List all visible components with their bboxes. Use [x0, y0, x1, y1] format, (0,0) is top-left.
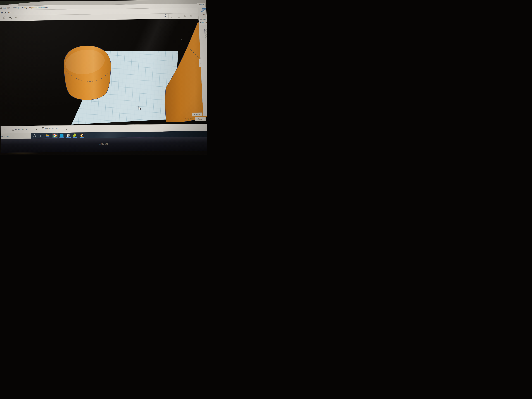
chrome-icon[interactable] — [53, 134, 57, 138]
flip-mirror-icon[interactable] — [189, 14, 193, 18]
align-icon[interactable] — [183, 14, 187, 18]
open-app-indicator — [80, 137, 84, 138]
open-app-indicator — [66, 137, 71, 138]
shape-thumbnail-gray-box[interactable] — [204, 28, 207, 39]
cylinder-shape[interactable] — [63, 45, 111, 100]
ungroup-icon[interactable] — [176, 14, 181, 18]
snap-grid-value: 1.0 mm — [196, 118, 202, 120]
shape-category-dropdown[interactable]: Tinkercad Basic S — [199, 18, 207, 25]
edit-grid-button[interactable]: Edit Grid — [192, 113, 203, 116]
group-icon[interactable] — [170, 14, 174, 18]
chevron-up-icon[interactable] — [4, 129, 6, 131]
padlock-icon — [0, 7, 2, 9]
cura-icon[interactable]: C — [60, 133, 63, 137]
redo-icon[interactable] — [14, 16, 18, 20]
delete-trash-icon[interactable] — [2, 16, 6, 20]
photo-of-monitor: guin drawer | Tink × + tinkercad.com/thi… — [0, 0, 207, 155]
snap-grid-caret-icon: ▲ — [203, 119, 204, 119]
download-item[interactable]: Vehicles set 1.stl — [42, 127, 57, 130]
undo-icon[interactable] — [8, 16, 12, 20]
chevron-up-icon[interactable] — [66, 128, 68, 130]
panel-collapse-tab[interactable] — [199, 59, 203, 67]
open-app-indicator — [73, 137, 77, 138]
leaf-app-icon[interactable] — [73, 133, 76, 137]
import-button-label: Import — [199, 4, 204, 6]
download-item[interactable]: Vehicles set 1.stl — [12, 128, 27, 131]
monitor-screen: guin drawer | Tink × + tinkercad.com/thi… — [0, 0, 207, 153]
import-button[interactable]: Import — [197, 2, 206, 7]
stl-file-icon — [12, 128, 14, 131]
edit-grid-label: Edit Grid — [194, 114, 200, 115]
snap-grid-label: Snap Grid — [185, 118, 192, 120]
cortana-icon[interactable] — [33, 134, 36, 138]
norton-icon[interactable] — [80, 133, 84, 137]
panel-brand-label: Tinkercad — [200, 19, 206, 20]
open-app-indicator — [59, 137, 64, 138]
task-view-icon[interactable] — [39, 134, 43, 138]
download-file-name: Vehicles set 1.stl — [15, 128, 27, 130]
design-title: guin drawer — [0, 11, 11, 14]
copy-icon[interactable] — [0, 16, 1, 20]
desk-shadow — [5, 152, 40, 155]
workplane-label: Work — [203, 13, 206, 15]
show-all-lightbulb-icon[interactable] — [163, 13, 167, 19]
chevron-up-icon[interactable] — [36, 129, 38, 131]
workplane-icon[interactable] — [201, 8, 206, 13]
monitor-brand-logo: acer — [99, 141, 109, 146]
file-explorer-icon[interactable] — [45, 134, 50, 138]
taskbar-search-box[interactable]: to search — [1, 133, 31, 139]
url-text[interactable]: tinkercad.com/things/7PRii5rgJUM-penguin… — [3, 6, 48, 9]
3d-builder-cube-icon[interactable] — [66, 133, 70, 137]
download-file-name: Vehicles set 1.stl — [45, 128, 57, 130]
monitor-bezel: acer — [1, 137, 207, 153]
open-app-indicator — [52, 138, 57, 138]
open-app-indicator — [45, 138, 50, 138]
stl-file-icon — [42, 127, 44, 130]
chevron-right-icon — [200, 62, 202, 64]
snap-grid-dropdown[interactable]: 1.0 mm ▲ — [195, 117, 206, 121]
panel-category-label: Basic S — [200, 21, 207, 23]
search-box-text: to search — [1, 135, 9, 137]
